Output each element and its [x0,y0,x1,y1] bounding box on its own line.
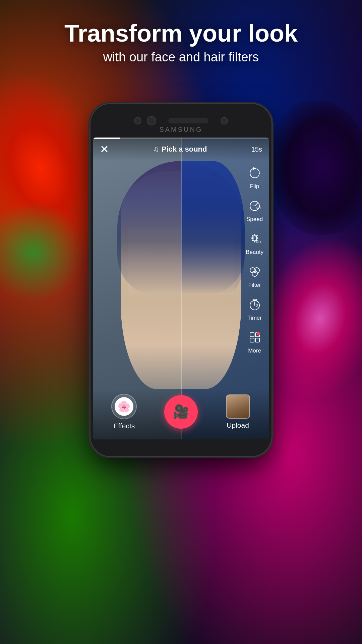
timer-value: 15s [251,146,262,153]
svg-rect-12 [255,338,259,342]
upload-thumbnail [226,394,250,419]
header-section: Transform your look with our face and ha… [0,20,362,64]
thumbnail-preview [227,395,249,418]
phone-frame: SAMSUNG [90,104,272,456]
beauty-label: Beauty [246,249,263,256]
close-button[interactable]: ✕ [100,143,109,156]
right-controls: Flip ON Speed [246,164,263,354]
svg-text:3: 3 [256,303,258,307]
camera-dot-right [221,117,228,124]
filter-icon [246,263,263,280]
camera-bottom-ui: 🌸 Effects 🎥 Upload [93,389,269,439]
timer-icon: 3 [246,296,263,313]
timer-control[interactable]: 3 Timer [246,296,263,321]
header-title: Transform your look [0,20,362,47]
recording-progress [93,138,269,139]
record-button[interactable]: 🎥 [164,395,198,429]
filter-label: Filter [248,282,261,288]
effects-emoji: 🌸 [115,397,133,416]
svg-rect-9 [250,333,254,337]
phone-cameras [134,116,228,125]
effects-icon-container: 🌸 [111,394,137,419]
svg-text:OFF: OFF [256,240,262,244]
beauty-control[interactable]: OFF Beauty [246,230,263,256]
pick-sound-label: Pick a sound [162,145,207,154]
flip-icon [246,164,263,182]
speed-icon: ON [246,197,263,215]
beauty-icon: OFF [246,230,263,248]
speaker-grill [168,118,208,123]
hair-blue-effect [181,161,245,295]
upload-label: Upload [227,421,249,429]
effects-label: Effects [113,422,135,430]
pick-sound-button[interactable]: ♫ Pick a sound [153,145,207,154]
timer-label: Timer [247,315,262,321]
music-icon: ♫ [153,145,159,154]
record-icon: 🎥 [173,404,189,420]
timer-display: 15s [251,146,262,153]
phone-top-bar: SAMSUNG [90,104,272,138]
svg-rect-7 [253,299,256,301]
svg-point-13 [257,332,260,335]
effects-button[interactable]: 🌸 Effects [102,394,146,430]
progress-fill [93,138,120,139]
camera-screen: ✕ ♫ Pick a sound 15s [93,138,269,439]
svg-text:ON: ON [256,206,261,209]
more-label: More [248,347,261,354]
flip-control[interactable]: Flip [246,164,263,190]
upload-button[interactable]: Upload [216,394,260,429]
filter-control[interactable]: Filter [246,263,263,288]
phone-mockup: SAMSUNG [90,104,272,456]
camera-dot-center [147,116,156,125]
svg-rect-11 [250,338,254,342]
brand-logo: SAMSUNG [159,126,202,133]
more-icon [246,329,263,346]
speed-label: Speed [246,216,263,223]
header-subtitle: with our face and hair filters [0,50,362,64]
speed-control[interactable]: ON Speed [246,197,263,223]
flip-label: Flip [250,183,259,190]
bg-splatter-dark [272,101,362,235]
camera-top-ui: ✕ ♫ Pick a sound 15s [93,138,269,161]
more-control[interactable]: More [246,329,263,354]
camera-dot-left [134,117,141,124]
